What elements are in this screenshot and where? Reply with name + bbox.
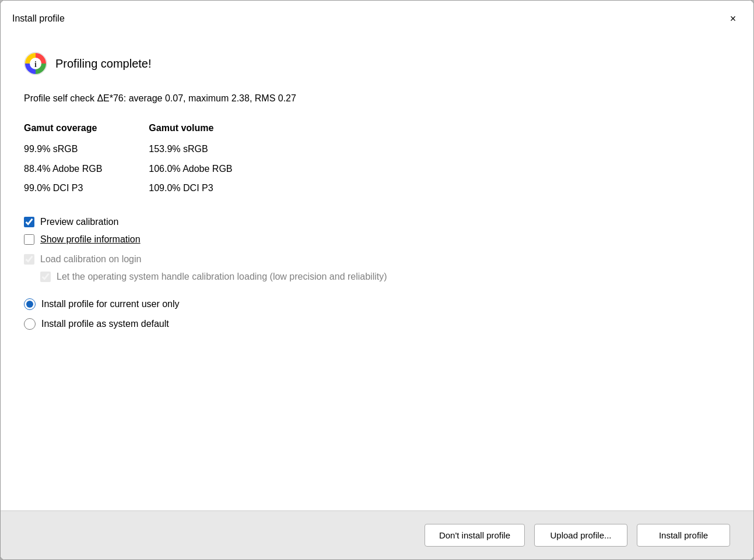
window-title: Install profile <box>12 13 65 24</box>
gamut-volume-col: Gamut volume 153.9% sRGB 106.0% Adobe RG… <box>149 123 232 196</box>
options-section: Preview calibration Show profile informa… <box>24 217 730 282</box>
dialog-footer: Don't install profile Upload profile... … <box>1 510 753 559</box>
upload-profile-button[interactable]: Upload profile... <box>534 524 627 547</box>
gamut-volume-row-2: 106.0% Adobe RGB <box>149 161 232 177</box>
show-profile-row: Show profile information <box>24 234 730 245</box>
gamut-volume-header: Gamut volume <box>149 123 232 133</box>
info-icon: i <box>24 52 47 75</box>
install-scope-section: Install profile for current user only In… <box>24 298 730 330</box>
preview-calibration-row: Preview calibration <box>24 217 730 227</box>
system-default-radio[interactable] <box>24 318 36 330</box>
gamut-coverage-header: Gamut coverage <box>24 123 102 133</box>
profiling-header: i Profiling complete! <box>24 52 730 75</box>
show-profile-checkbox[interactable] <box>24 234 34 245</box>
system-default-label[interactable]: Install profile as system default <box>41 319 169 329</box>
preview-calibration-checkbox[interactable] <box>24 217 34 227</box>
title-bar: Install profile × <box>1 1 753 34</box>
system-default-row: Install profile as system default <box>24 318 730 330</box>
current-user-row: Install profile for current user only <box>24 298 730 310</box>
dont-install-button[interactable]: Don't install profile <box>425 524 525 547</box>
os-handle-label: Let the operating system handle calibrat… <box>57 272 387 282</box>
dialog-content: i Profiling complete! Profile self check… <box>1 34 753 510</box>
current-user-label[interactable]: Install profile for current user only <box>41 299 180 309</box>
close-button[interactable]: × <box>724 10 742 27</box>
gamut-volume-row-3: 109.0% DCI P3 <box>149 181 232 196</box>
os-handle-checkbox[interactable] <box>40 272 51 282</box>
install-profile-button[interactable]: Install profile <box>637 524 730 547</box>
svg-text:i: i <box>34 60 37 69</box>
self-check-text: Profile self check ΔE*76: average 0.07, … <box>24 91 730 105</box>
os-handle-row: Let the operating system handle calibrat… <box>24 272 730 282</box>
current-user-radio[interactable] <box>24 298 36 310</box>
show-profile-label[interactable]: Show profile information <box>40 234 141 245</box>
gamut-coverage-row-2: 88.4% Adobe RGB <box>24 161 102 177</box>
load-calibration-checkbox[interactable] <box>24 254 34 265</box>
load-calibration-row: Load calibration on login <box>24 254 730 265</box>
preview-calibration-label[interactable]: Preview calibration <box>40 217 118 227</box>
profiling-complete-text: Profiling complete! <box>55 57 152 71</box>
load-calibration-label: Load calibration on login <box>40 254 141 265</box>
gamut-coverage-col: Gamut coverage 99.9% sRGB 88.4% Adobe RG… <box>24 123 102 196</box>
gamut-coverage-row-1: 99.9% sRGB <box>24 142 102 157</box>
dialog-window: Install profile × i <box>0 0 754 560</box>
gamut-coverage-row-3: 99.0% DCI P3 <box>24 181 102 196</box>
gamut-volume-row-1: 153.9% sRGB <box>149 142 232 157</box>
gamut-section: Gamut coverage 99.9% sRGB 88.4% Adobe RG… <box>24 123 730 196</box>
